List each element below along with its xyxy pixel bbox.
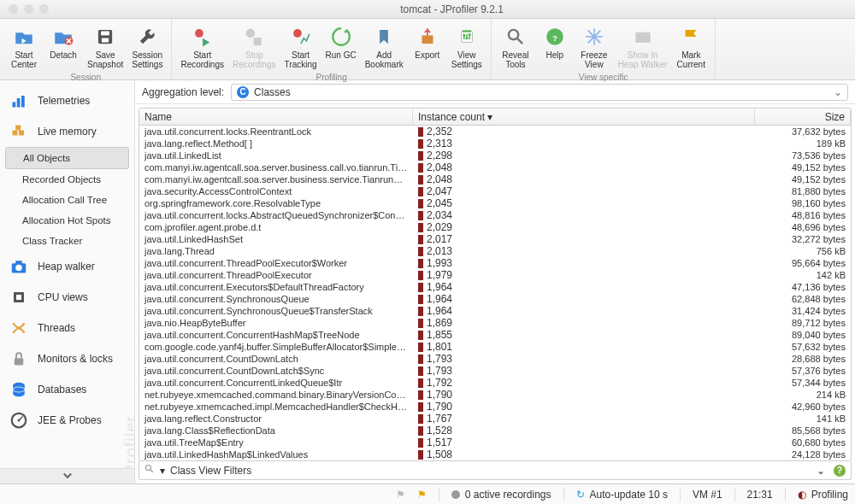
col-count[interactable]: Instance count▾	[413, 108, 755, 125]
table-row[interactable]: net.rubyeye.xmemcached.impl.MemcachedHan…	[139, 401, 851, 413]
content-pane: Aggregation level: C Classes ⌄ Name Inst…	[135, 80, 855, 483]
mark-current-button[interactable]: Mark Current	[672, 22, 710, 71]
table-row[interactable]: java.util.LinkedHashSet2,01732,272 bytes	[139, 233, 851, 245]
sidebar-item-alloc-call-tree[interactable]: Allocation Call Tree	[0, 190, 134, 210]
table-row[interactable]: com.google.code.yanf4j.buffer.SimpleBuff…	[139, 341, 851, 353]
table-row[interactable]: java.util.concurrent.CountDownLatch$Sync…	[139, 365, 851, 377]
sidebar-item-jee-probes[interactable]: JEE & Probes	[0, 405, 134, 436]
search-icon	[503, 24, 528, 50]
lock-icon	[9, 349, 29, 369]
svg-point-5	[246, 29, 255, 38]
table-row[interactable]: java.util.concurrent.ConcurrentHashMap$T…	[139, 329, 851, 341]
table-row[interactable]: java.util.concurrent.ThreadPoolExecutor1…	[139, 269, 851, 281]
svg-point-40	[18, 419, 21, 422]
table-row[interactable]: net.rubyeye.xmemcached.command.binary.Bi…	[139, 389, 851, 401]
svg-point-10	[463, 34, 465, 37]
gauge-icon	[9, 410, 29, 431]
sidebar-item-databases[interactable]: Databases	[0, 374, 134, 405]
sidebar-expand[interactable]	[0, 468, 134, 483]
sidebar-item-threads[interactable]: Threads	[0, 313, 134, 343]
sidebar-item-cpu-views[interactable]: CPU views	[0, 282, 134, 313]
col-name[interactable]: Name	[139, 108, 413, 125]
table-row[interactable]: com.manyi.iw.agentcall.soa.server.busine…	[139, 173, 851, 185]
min-dot[interactable]	[24, 4, 33, 14]
aggregation-value: Classes	[254, 86, 291, 98]
help-button[interactable]: ?Help	[536, 22, 574, 71]
sidebar-item-heap-walker[interactable]: Heap walker	[0, 251, 134, 282]
run-gc-button[interactable]: Run GC	[322, 22, 360, 71]
status-recordings[interactable]: 0 active recordings	[451, 489, 551, 501]
start-recordings-button[interactable]: Start Recordings	[177, 22, 227, 71]
add-bookmark-button[interactable]: Add Bookmark	[362, 22, 407, 71]
export-button[interactable]: Export	[409, 22, 446, 71]
save-icon	[92, 24, 118, 50]
table-row[interactable]: java.util.concurrent.Executors$DefaultTh…	[139, 281, 851, 293]
status-vm[interactable]: VM #1	[693, 489, 722, 501]
filter-bar[interactable]: ▾ Class View Filters ⌄ ?	[139, 461, 852, 480]
table-row[interactable]: java.util.LinkedList2,29873,536 bytes	[139, 149, 851, 161]
view-settings-button[interactable]: View Settings	[448, 22, 486, 71]
table-row[interactable]: java.util.concurrent.locks.AbstractQueue…	[139, 209, 851, 221]
close-dot[interactable]	[9, 4, 18, 14]
table-row[interactable]: java.util.concurrent.SynchronousQueue$Tr…	[139, 305, 851, 317]
flag-grey-icon[interactable]: ⚑	[396, 489, 405, 501]
svg-point-7	[293, 29, 302, 38]
show-heap-button: Show In Heap Walker	[615, 22, 670, 71]
svg-rect-24	[13, 103, 16, 108]
help-icon[interactable]: ?	[834, 465, 846, 477]
table-row[interactable]: java.util.LinkedHashMap$LinkedValues1,50…	[139, 448, 851, 460]
save-snapshot-button[interactable]: Save Snapshot	[84, 22, 127, 71]
aggregation-select[interactable]: C Classes ⌄	[231, 84, 848, 101]
window-controls	[9, 4, 49, 14]
aggregation-bar: Aggregation level: C Classes ⌄	[135, 80, 855, 104]
start-tracking-button[interactable]: Start Tracking	[281, 22, 321, 71]
table-row[interactable]: java.util.concurrent.SynchronousQueue1,9…	[139, 293, 851, 305]
start-center-button[interactable]: Start Center	[5, 22, 43, 71]
session-settings-button[interactable]: Session Settings	[128, 22, 166, 71]
sidebar-item-telemetries[interactable]: Telemetries	[0, 85, 134, 116]
objects-table: Name Instance count▾ Size java.util.conc…	[139, 108, 852, 461]
table-row[interactable]: java.util.concurrent.ThreadPoolExecutor$…	[139, 257, 851, 269]
help-icon: ?	[542, 24, 568, 50]
col-size[interactable]: Size	[755, 108, 851, 125]
table-body[interactable]: java.util.concurrent.locks.ReentrantLock…	[139, 126, 851, 460]
sidebar-item-recorded-objects[interactable]: Recorded Objects	[0, 169, 134, 190]
table-row[interactable]: com.manyi.iw.agentcall.soa.server.busine…	[139, 161, 851, 173]
svg-rect-28	[19, 131, 24, 136]
table-row[interactable]: java.lang.Class$ReflectionData1,52885,56…	[139, 425, 851, 437]
status-auto-update[interactable]: ↻Auto-update 10 s	[576, 489, 668, 501]
table-header: Name Instance count▾ Size	[139, 108, 851, 126]
table-row[interactable]: com.jprofiler.agent.probe.d.t2,02948,696…	[139, 221, 851, 233]
folder-play-icon	[11, 24, 37, 50]
svg-rect-22	[639, 35, 641, 39]
table-row[interactable]: java.lang.reflect.Constructor1,767141 kB	[139, 413, 851, 425]
table-row[interactable]: java.lang.Thread2,013756 kB	[139, 245, 851, 257]
search-icon	[144, 464, 155, 477]
table-row[interactable]: java.util.concurrent.ConcurrentLinkedQue…	[139, 377, 851, 389]
svg-rect-26	[21, 96, 25, 108]
filter-placeholder: Class View Filters	[170, 465, 251, 477]
sidebar-item-all-objects[interactable]: All Objects	[5, 147, 129, 169]
toolbar: Start CenterDetachSave SnapshotSession S…	[0, 19, 855, 80]
sidebar-item-monitors[interactable]: Monitors & locks	[0, 343, 134, 374]
table-row[interactable]: java.util.concurrent.CountDownLatch1,793…	[139, 353, 851, 365]
status-profiling[interactable]: ◐Profiling	[798, 489, 848, 501]
table-row[interactable]: java.util.concurrent.locks.ReentrantLock…	[139, 126, 851, 138]
detach-button[interactable]: Detach	[44, 22, 82, 71]
sidebar-item-alloc-hot-spots[interactable]: Allocation Hot Spots	[0, 210, 134, 231]
table-row[interactable]: java.security.AccessControlContext2,0478…	[139, 185, 851, 197]
chevron-down-icon: ⌄	[834, 86, 842, 98]
sidebar-item-class-tracker[interactable]: Class Tracker	[0, 231, 134, 251]
table-row[interactable]: org.springframework.core.ResolvableType2…	[139, 197, 851, 209]
freeze-view-button[interactable]: Freeze View	[575, 22, 613, 71]
chart-icon	[9, 91, 29, 111]
flag-gold-icon[interactable]: ⚑	[417, 489, 427, 501]
db-icon	[9, 379, 29, 400]
table-row[interactable]: java.util.TreeMap$Entry1,51760,680 bytes	[139, 437, 851, 448]
bookmark-icon	[371, 24, 397, 50]
max-dot[interactable]	[39, 4, 49, 14]
sidebar-item-live-memory[interactable]: Live memory	[0, 116, 134, 147]
table-row[interactable]: java.nio.HeapByteBuffer1,86989,712 bytes	[139, 317, 851, 329]
table-row[interactable]: java.lang.reflect.Method[ ]2,313189 kB	[139, 138, 851, 149]
reveal-tools-button[interactable]: Reveal Tools	[497, 22, 534, 71]
